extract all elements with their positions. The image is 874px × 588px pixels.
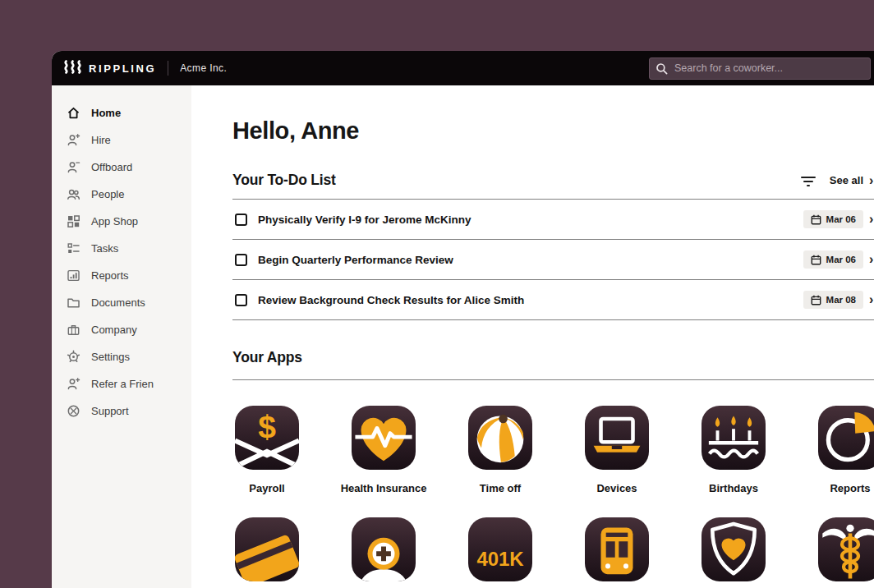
desktop-backdrop: { "colors": { "backdrop": "#563a49", "to… — [0, 0, 874, 588]
sidebar-item-label: Hire — [91, 134, 111, 146]
app-window: RIPPLING Acme Inc. Home — [52, 51, 874, 588]
person-remove-icon — [67, 160, 80, 174]
sidebar-item-label: Company — [91, 324, 137, 336]
todo-row[interactable]: Physically Verify I-9 for Jerome McKinny… — [232, 200, 874, 240]
todo-row[interactable]: Review Background Check Results for Alic… — [232, 280, 874, 320]
sidebar-item-hire[interactable]: Hire — [52, 126, 191, 154]
sidebar-item-documents[interactable]: Documents — [52, 289, 191, 316]
401k-icon: 401K — [468, 517, 532, 581]
sidebar-item-label: Home — [91, 107, 121, 119]
calendar-icon — [811, 255, 821, 265]
todo-checkbox[interactable] — [235, 214, 247, 226]
app-medical[interactable] — [352, 517, 416, 581]
app-birthdays[interactable]: Birthdays — [702, 406, 766, 494]
app-time-off[interactable]: Time off — [468, 406, 532, 494]
app-reports[interactable]: Reports — [818, 406, 874, 494]
people-icon — [67, 187, 80, 201]
sidebar: Home Hire Offboard — [52, 85, 191, 588]
payroll-envelope-icon: $ — [235, 406, 299, 470]
sidebar-item-reports[interactable]: Reports — [52, 262, 191, 289]
rippling-logo[interactable]: RIPPLING — [63, 60, 156, 77]
sidebar-item-settings[interactable]: Settings — [52, 343, 191, 370]
app-credit-card[interactable] — [235, 517, 299, 581]
calendar-icon — [811, 295, 821, 305]
person-add-icon — [67, 377, 80, 391]
chevron-right-icon: › — [869, 213, 874, 226]
calendar-icon — [811, 214, 821, 225]
app-payroll[interactable]: $ Payroll — [235, 406, 299, 494]
credit-card-icon — [235, 517, 299, 581]
company-name: Acme Inc. — [180, 62, 227, 74]
todo-title: Your To-Do List — [232, 172, 336, 189]
filter-icon[interactable] — [800, 174, 816, 187]
sidebar-item-support[interactable]: Support — [52, 397, 191, 425]
todo-checkbox[interactable] — [235, 254, 247, 266]
sidebar-item-offboard[interactable]: Offboard — [52, 154, 191, 181]
chevron-right-icon: › — [869, 253, 874, 266]
sidebar-item-tasks[interactable]: Tasks — [52, 235, 191, 262]
app-devices[interactable]: Devices — [585, 406, 649, 494]
app-401k[interactable]: 401K — [468, 517, 532, 581]
see-all-button[interactable]: See all › — [830, 174, 874, 187]
search-input[interactable] — [649, 57, 871, 80]
rippling-wave-icon — [63, 60, 83, 77]
page-title: Hello, Anne — [232, 117, 874, 145]
person-add-icon — [67, 133, 80, 147]
todo-checkbox[interactable] — [235, 294, 247, 306]
tasks-icon — [67, 241, 80, 255]
sidebar-item-label: Reports — [91, 269, 129, 282]
apps-row-1: $ Payroll Health Insurance — [235, 406, 874, 494]
app-commuter[interactable] — [585, 517, 649, 581]
due-date-chip[interactable]: Mar 06 — [803, 210, 863, 228]
brand-name: RIPPLING — [89, 62, 156, 75]
main-content: Hello, Anne Your To-Do List See all › — [191, 85, 874, 588]
gear-icon — [67, 350, 80, 364]
laptop-icon — [585, 406, 649, 470]
pie-chart-icon — [818, 406, 874, 470]
beach-ball-icon — [468, 406, 532, 470]
sidebar-item-company[interactable]: Company — [52, 316, 191, 343]
apps-section-header: Your Apps — [232, 349, 874, 380]
sidebar-item-label: Documents — [91, 296, 145, 309]
svg-text:401K: 401K — [476, 548, 524, 570]
caduceus-icon — [818, 517, 874, 581]
folder-icon — [67, 296, 80, 310]
sidebar-item-label: Settings — [91, 351, 130, 363]
sidebar-item-label: Refer a Frien — [91, 378, 154, 390]
sidebar-item-label: App Shop — [91, 215, 138, 227]
app-life-insurance[interactable] — [702, 517, 766, 581]
sidebar-item-label: Support — [91, 405, 129, 417]
sidebar-item-label: Offboard — [91, 161, 132, 173]
sidebar-item-app-shop[interactable]: App Shop — [52, 208, 191, 235]
sidebar-item-label: People — [91, 188, 124, 200]
medical-plus-icon — [352, 517, 416, 581]
chevron-right-icon: › — [869, 293, 874, 306]
app-health-insurance[interactable]: Health Insurance — [352, 406, 416, 494]
due-date-chip[interactable]: Mar 06 — [803, 250, 863, 269]
bar-chart-icon — [67, 269, 80, 283]
coworker-search — [649, 57, 871, 80]
top-navbar: RIPPLING Acme Inc. — [52, 51, 874, 85]
sidebar-item-people[interactable]: People — [52, 181, 191, 208]
due-date-chip[interactable]: Mar 08 — [803, 291, 863, 309]
chevron-right-icon: › — [869, 174, 874, 187]
app-medical-benefits[interactable] — [818, 517, 874, 581]
apps-row-2: 401K — [235, 517, 874, 581]
grid-icon — [67, 214, 80, 228]
todo-row[interactable]: Begin Quarterly Performance Review Mar 0… — [232, 240, 874, 280]
home-icon — [67, 106, 80, 120]
search-icon — [656, 62, 668, 75]
todo-section-header: Your To-Do List See all › — [232, 172, 874, 199]
todo-list: Physically Verify I-9 for Jerome McKinny… — [232, 199, 874, 320]
apps-title: Your Apps — [232, 349, 302, 366]
sidebar-item-home[interactable]: Home — [52, 99, 191, 126]
briefcase-icon — [67, 323, 80, 337]
sidebar-item-refer-a-friend[interactable]: Refer a Frien — [52, 370, 191, 397]
svg-text:$: $ — [258, 409, 276, 444]
shield-heart-icon — [702, 517, 766, 581]
topbar-divider — [168, 61, 168, 76]
birthday-cake-icon — [702, 406, 766, 470]
lifebuoy-icon — [67, 404, 80, 418]
heart-pulse-icon — [352, 406, 416, 470]
transit-icon — [585, 517, 649, 581]
